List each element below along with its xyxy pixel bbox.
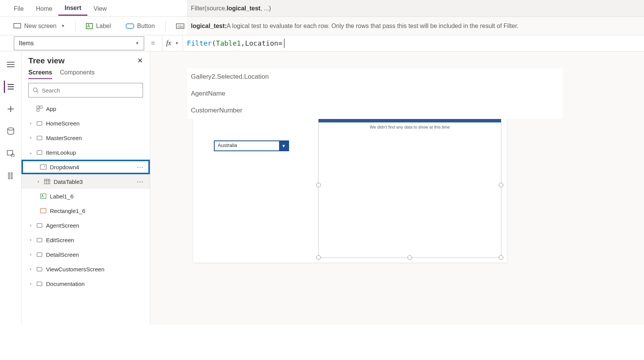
tree-title: Tree view [28,56,65,65]
formula-token-paren: ( [212,39,216,47]
data-table[interactable]: ✕ FirstName ✕ LastName ✕ Location ✕ VIPL… [318,112,501,258]
tree-node-editscreen[interactable]: › EditScreen [21,233,150,247]
selection-handle[interactable] [316,183,321,187]
formula-bar: Items ▼ = fx ▼ Filter ( Table1 , Locatio… [0,35,644,51]
screen-icon [36,280,43,287]
tree-node-label: Dropdown4 [50,164,79,170]
media-icon[interactable] [5,147,17,160]
tab-components[interactable]: Components [60,69,95,79]
label-icon [40,193,47,200]
tree-node-dropdown4[interactable]: Dropdown4 ··· [21,160,150,174]
dropdown-control[interactable]: Australia ▼ [214,140,289,151]
intellisense-item[interactable]: CustomerNumber [187,102,563,119]
chevron-right-icon[interactable]: › [28,252,33,257]
signature-help: Filter(source, logical_test , ...) [187,0,644,17]
app-icon [36,105,43,112]
more-icon[interactable]: ··· [134,163,147,171]
svg-line-18 [37,91,38,93]
chevron-right-icon[interactable]: › [28,121,33,126]
new-screen-label: New screen [24,23,56,30]
chevron-right-icon[interactable]: › [28,266,33,272]
tree-node-label1-6[interactable]: Label1_6 [21,189,150,203]
menu-view[interactable]: View [87,2,113,15]
hamburger-icon[interactable] [5,58,17,71]
selection-handle[interactable] [499,183,503,187]
text-input-icon: Abc [176,23,184,29]
tree-node-label: Rectangle1_6 [50,208,85,214]
tree-node-itemlookup[interactable]: ⌄ ItemLookup [21,145,150,160]
search-input[interactable] [42,87,139,94]
chevron-right-icon[interactable]: › [28,135,33,140]
signature-param: logical_test [227,5,260,12]
tree-node-label: DetailScreen [46,251,79,258]
text-cursor [284,39,284,48]
chevron-down-icon[interactable]: ▼ [279,141,288,150]
new-screen-button[interactable]: New screen ▼ [8,20,71,32]
more-icon[interactable]: ··· [134,178,147,186]
formula-token-comma: , [241,39,245,47]
tree-node-rectangle1-6[interactable]: Rectangle1_6 [21,203,150,218]
intellisense-item[interactable]: Gallery2.Selected.Location [187,68,563,85]
fx-icon: fx [166,39,171,47]
tree-node-datatable3[interactable]: › DataTable3 ··· [21,174,150,189]
chevron-down-icon[interactable]: ⌄ [28,150,33,155]
intellisense-popup: Gallery2.Selected.Location AgentName Cus… [187,68,563,119]
dropdown-icon [40,163,47,170]
svg-rect-28 [41,208,46,213]
svg-text:Abc: Abc [177,25,184,28]
tree-node-app[interactable]: App [21,101,150,116]
chevron-right-icon[interactable]: › [28,281,33,286]
property-selector[interactable]: Items ▼ [14,36,144,50]
chevron-right-icon[interactable]: › [28,223,33,228]
screen-icon [36,266,43,272]
chevron-right-icon[interactable]: › [36,179,41,184]
intellisense-item[interactable]: AgentName [187,85,563,102]
svg-rect-20 [40,106,42,108]
search-icon [33,87,39,93]
insert-button-button[interactable]: Button [120,20,161,32]
signature-suffix: , ...) [260,5,271,12]
svg-rect-3 [126,24,134,28]
table-empty-message: We didn't find any data to show at this … [319,122,501,132]
formula-token-identifier: Table1 [216,39,241,47]
tree-view-icon[interactable] [4,81,16,93]
fx-button[interactable]: fx ▼ [162,35,183,51]
tree-node-detailscreen[interactable]: › DetailScreen [21,247,150,262]
menu-insert[interactable]: Insert [58,1,87,16]
selection-handle[interactable] [407,255,412,260]
tree-node-label: EditScreen [46,237,74,243]
screen-icon [36,251,43,258]
tree-node-homescreen[interactable]: › HomeScreen [21,116,150,130]
tools-icon[interactable] [5,170,17,182]
add-icon[interactable] [5,103,17,115]
ribbon-separator [165,21,166,31]
chevron-right-icon[interactable]: › [28,237,33,243]
menu-file[interactable]: File [8,2,30,15]
signature-prefix: Filter(source, [191,5,227,12]
selection-handle[interactable] [499,255,503,260]
insert-label-button[interactable]: Label [80,20,117,32]
tree-node-label: App [46,106,56,112]
data-icon[interactable] [5,125,17,137]
formula-input[interactable]: Filter ( Table1 , Location = [183,35,644,51]
tree-node-label: Documentation [46,281,85,287]
tree-node-viewcustomersscreen[interactable]: › ViewCustomersScreen [21,262,150,276]
tree-node-masterscreen[interactable]: › MasterScreen [21,130,150,145]
svg-rect-19 [37,106,39,108]
formula-token-function: Filter [187,39,212,47]
tree-list: App › HomeScreen › MasterScreen ⌄ ItemLo… [21,101,150,291]
svg-rect-22 [40,165,46,169]
tree-node-agentscreen[interactable]: › AgentScreen [21,218,150,233]
tab-screens[interactable]: Screens [28,69,52,79]
close-icon[interactable]: ✕ [137,56,143,65]
svg-point-12 [8,128,14,130]
svg-point-17 [33,88,37,92]
selection-handle[interactable] [316,255,321,260]
chevron-down-icon: ▼ [175,41,179,45]
svg-rect-16 [11,173,12,179]
screen-icon [36,236,43,243]
tree-search[interactable] [28,83,143,97]
chevron-down-icon: ▼ [61,24,65,28]
tree-node-documentation[interactable]: › Documentation [21,276,150,291]
menu-home[interactable]: Home [30,2,59,15]
